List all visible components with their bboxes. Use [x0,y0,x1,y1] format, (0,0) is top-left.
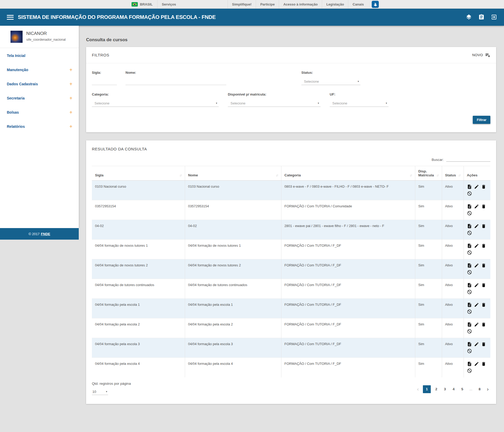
vlibras-accessibility-icon[interactable] [372,1,379,8]
view-document-icon[interactable] [467,283,472,288]
delete-trash-icon[interactable] [481,342,486,347]
cell-disp-matricula: Sim [415,318,442,338]
filtrar-button[interactable]: Filtrar [473,116,490,124]
logout-icon[interactable] [491,14,498,21]
view-document-icon[interactable] [467,342,472,347]
sort-icon[interactable]: ↓↑ [458,173,460,177]
cell-nome: 04/04 formação pela escola 4 [185,358,281,377]
block-icon[interactable] [467,211,472,216]
delete-trash-icon[interactable] [481,184,486,189]
block-icon[interactable] [467,270,472,275]
gov-link[interactable]: Simplifique! [228,0,256,9]
sort-icon[interactable]: ↓↑ [410,173,412,177]
block-icon[interactable] [467,349,472,354]
edit-pencil-icon[interactable] [474,283,479,288]
cell-disp-matricula: Sim [415,181,442,200]
column-header[interactable]: Status ↓↑ [442,166,464,181]
block-icon[interactable] [467,289,472,294]
column-header[interactable]: Nome ↓↑ [185,166,281,181]
column-header[interactable]: Ações ↓↑ [464,166,490,181]
edit-pencil-icon[interactable] [474,361,479,366]
cell-sigla: 04/04 formação de novos tutores 2 [92,259,185,279]
cell-categoria: FORMAÇÃO / Com TUTORIA / F_DF [281,318,415,338]
gov-servicos-menu[interactable]: Serviços [158,0,180,9]
table-row: 04/04 formação pela escola 3 04/04 forma… [92,338,490,358]
pagination-page[interactable]: 1 [423,385,431,393]
view-document-icon[interactable] [467,204,472,209]
view-document-icon[interactable] [467,302,472,307]
gov-link[interactable]: Canais [348,0,368,9]
sidebar-item[interactable]: Secretaria + [0,91,79,105]
buscar-input[interactable] [446,156,490,162]
pagination-prev-icon[interactable]: ‹ [415,385,421,393]
column-header[interactable]: Sigla ↓↑ [92,166,185,181]
block-icon[interactable] [467,250,472,255]
sidebar-item[interactable]: Relatórios + [0,119,79,134]
delete-trash-icon[interactable] [481,361,486,366]
table-row: 04-02 04-02 2801 - ewave pai / 2801 - ew… [92,220,490,240]
delete-trash-icon[interactable] [481,243,486,248]
gov-servicos-label: Serviços [162,2,176,6]
categoria-select[interactable]: Selecione ▼ [92,100,219,107]
nome-input[interactable] [125,78,226,85]
gov-brasil-brand[interactable]: BRASIL [127,0,158,9]
block-icon[interactable] [467,230,472,235]
pagination-page[interactable]: 4 [450,385,457,393]
edit-pencil-icon[interactable] [474,243,479,248]
block-icon[interactable] [467,368,472,373]
edit-pencil-icon[interactable] [474,224,479,229]
gov-link[interactable]: Legislação [322,0,348,9]
sort-icon[interactable]: ↓↑ [437,173,439,177]
view-document-icon[interactable] [467,263,472,268]
column-header[interactable]: Categoria ↓↑ [281,166,415,181]
layers-icon[interactable] [466,14,472,21]
column-header-label: Disp. Matrícula [418,169,435,177]
pagination-page[interactable]: 8 [476,385,483,393]
sidebar-item[interactable]: Bolsas + [0,105,79,119]
gov-link-label: Canais [353,2,364,6]
pagination-page[interactable]: 2 [433,385,439,393]
sigla-input[interactable] [92,78,117,85]
block-icon[interactable] [467,309,472,314]
view-document-icon[interactable] [467,361,472,366]
block-icon[interactable] [467,191,472,196]
view-document-icon[interactable] [467,224,472,229]
sidebar-item[interactable]: Tela Inicial + [0,49,79,63]
status-select[interactable]: Selecione ▼ [301,78,360,85]
fnde-link[interactable]: FNDE [41,232,50,236]
disponivel-select[interactable]: Selecione ▼ [228,100,321,107]
delete-trash-icon[interactable] [481,263,486,268]
clipboard-icon[interactable] [478,14,485,21]
sidebar-item[interactable]: Manutenção + [0,63,79,77]
view-document-icon[interactable] [467,322,472,327]
delete-trash-icon[interactable] [481,302,486,307]
view-document-icon[interactable] [467,243,472,248]
view-document-icon[interactable] [467,184,472,189]
delete-trash-icon[interactable] [481,283,486,288]
cell-categoria: 2801 - ewave pai / 2801 - ewave filho - … [281,220,415,240]
edit-pencil-icon[interactable] [474,263,479,268]
gov-link[interactable]: Participe [256,0,279,9]
edit-pencil-icon[interactable] [474,184,479,189]
sidebar-item[interactable]: Dados Cadastrais + [0,77,79,91]
delete-trash-icon[interactable] [481,322,486,327]
per-page-select[interactable]: 10 ▼ [92,389,108,395]
delete-trash-icon[interactable] [481,224,486,229]
delete-trash-icon[interactable] [481,204,486,209]
hamburger-menu-icon[interactable] [7,15,14,20]
sort-icon[interactable]: ↓↑ [276,173,278,177]
pagination-page[interactable]: ... [468,385,474,393]
edit-pencil-icon[interactable] [474,204,479,209]
column-header[interactable]: Disp. Matrícula ↓↑ [415,166,442,181]
block-icon[interactable] [467,329,472,334]
sort-icon[interactable]: ↓↑ [180,173,182,177]
uf-select[interactable]: Selecione ▼ [330,100,388,107]
pagination-page[interactable]: 5 [459,385,465,393]
gov-link[interactable]: Acesso à informação [279,0,322,9]
edit-pencil-icon[interactable] [474,302,479,307]
edit-pencil-icon[interactable] [474,322,479,327]
novo-button[interactable]: NOVO [472,52,490,58]
pagination-page[interactable]: 3 [442,385,448,393]
edit-pencil-icon[interactable] [474,342,479,347]
pagination-next-icon[interactable]: › [485,385,490,393]
